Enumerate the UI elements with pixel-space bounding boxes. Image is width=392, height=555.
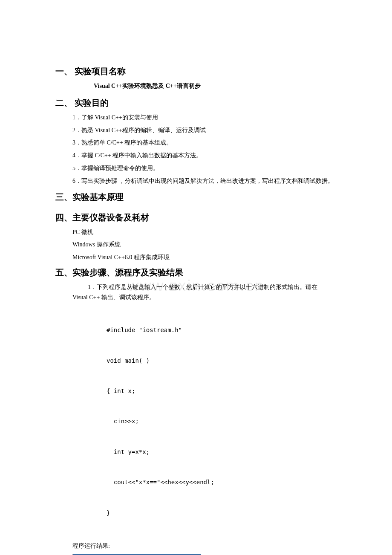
section-2-heading: 二、 实验目的 [55,95,337,110]
list-item: 3．熟悉简单 C/C++ 程序的基本组成。 [72,138,337,148]
task1-desc-a: 1．下列程序是从键盘输入一个整数，然后计算它的平方并以十六进制的形式输出。请在 [55,282,337,292]
section-1-heading: 一、 实验项目名称 [55,64,337,78]
list-item: PC 微机 [72,227,337,237]
task1-desc-b: Visual C++ 输出、调试该程序。 [72,292,337,303]
list-item: Microsoft Visual C++6.0 程序集成环境 [72,252,337,263]
list-item: 2．熟悉 Visual C++程序的编辑、编译、运行及调试 [72,125,337,136]
code-line: cout<<"x*x=="<<hex<<y<<endl; [107,477,337,488]
section-1-subtitle: Visual C++实验环境熟悉及 C++语言初步 [94,81,337,91]
list-item: Windows 操作系统 [72,240,337,250]
list-item: 4．掌握 C/C++ 程序中输入输出数据的基本方法。 [72,150,337,161]
code-line: } [107,508,337,518]
list-item: 1．了解 Visual C++的安装与使用 [72,113,337,123]
list-item: 6．写出实验步骤 ，分析调试中出现的问题及解决方法，给出改进方案，写出程序文档和… [55,176,337,186]
code-line: #include "iostream.h" [107,325,337,335]
console-title-text: "C:\Program Files\M... [83,554,176,555]
code-line: cin>>x; [107,416,337,427]
code-line: void main( ) [107,356,337,366]
document-page: www.zxin.com.cn 一、 实验项目名称 Visual C++实验环境… [0,0,392,555]
list-item: 5．掌握编译预处理命令的使用。 [72,163,337,173]
code-line: int y=x*x; [107,447,337,457]
section-4-heading: 四、主要仪器设备及耗材 [55,210,337,225]
code-block-1: #include "iostream.h" void main( ) { int… [107,305,337,538]
section-3-heading: 三、实验基本原理 [55,190,337,204]
section-5-heading: 五、实验步骤、源程序及实验结果 [55,265,337,280]
result-label: 程序运行结果: [72,541,337,551]
code-line: { int x; [107,386,337,396]
